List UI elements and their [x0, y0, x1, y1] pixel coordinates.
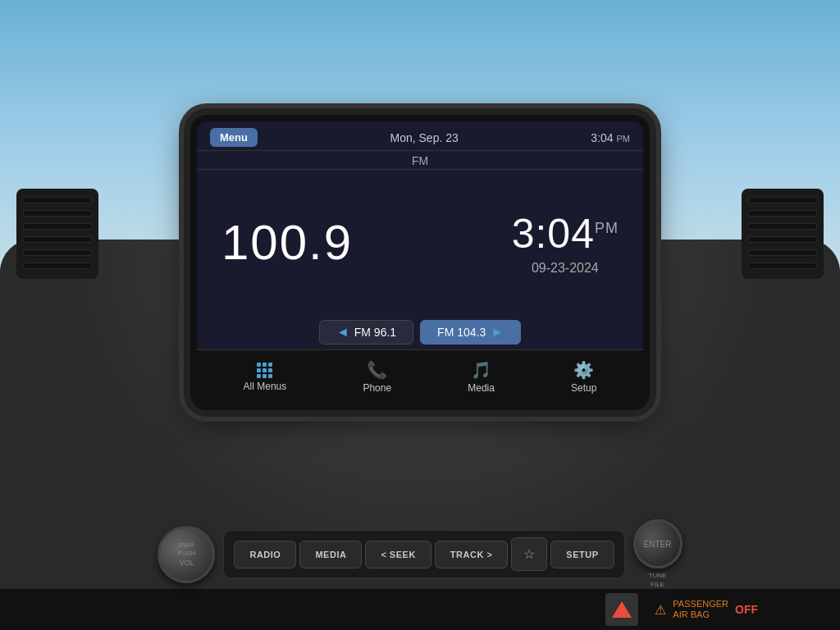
vent-slot [23, 249, 92, 256]
phone-button[interactable]: 📞 Phone [354, 357, 399, 397]
bottom-bar: ⚠ PASSENGERAIR BAG OFF [0, 589, 840, 630]
airbag-status: OFF [735, 603, 758, 616]
current-preset-label: FM 104.3 [437, 326, 486, 339]
media-button[interactable]: 🎵 Media [459, 357, 503, 397]
presets-row: ◄ FM 96.1 FM 104.3 ► [197, 315, 643, 349]
vent-slot [748, 197, 817, 203]
grid-icon [257, 363, 272, 378]
enter-label: ENTER [644, 540, 672, 549]
seek-button[interactable]: < SEEK [365, 541, 431, 568]
arrow-right-icon: ► [491, 325, 504, 340]
vent-slot [748, 249, 817, 256]
vol-label: VOL [179, 559, 194, 567]
bottom-nav: All Menus 📞 Phone 🎵 Media ⚙️ Setup [197, 349, 643, 404]
setup-button[interactable]: ⚙️ Setup [563, 357, 605, 397]
top-bar: Menu Mon, Sep. 23 3:04 PM [197, 121, 643, 151]
vent-slot [748, 236, 817, 243]
clock-time: 3:04 [512, 211, 595, 257]
vent-slot [748, 262, 817, 269]
enter-knob[interactable]: ENTER [633, 519, 682, 568]
vent-slot [23, 262, 92, 269]
airbag-text: PASSENGERAIR BAG [673, 599, 728, 620]
screen-container: Menu Mon, Sep. 23 3:04 PM FM 100.9 3:04P… [190, 115, 650, 410]
prev-preset-label: FM 96.1 [354, 326, 396, 339]
date-display: Mon, Sep. 23 [390, 131, 459, 144]
current-preset-button[interactable]: FM 104.3 ► [420, 320, 521, 345]
time-top-ampm: PM [617, 134, 631, 144]
track-button[interactable]: TRACK > [435, 541, 508, 568]
vent-slot [23, 223, 92, 230]
clock-date: 09-23-2024 [512, 261, 619, 276]
pwr-label: PWRPUSH [177, 541, 195, 557]
frequency-value: 100.9 [221, 215, 353, 270]
left-vent [16, 189, 98, 279]
tune-file-label: TUNEFILE [649, 572, 667, 589]
vent-slot [748, 223, 817, 230]
physical-buttons-row: RADIO MEDIA < SEEK TRACK > ☆ SETUP [223, 530, 624, 578]
airbag-icon: ⚠ [655, 602, 666, 618]
arrow-left-icon: ◄ [336, 325, 349, 340]
all-menus-button[interactable]: All Menus [235, 359, 295, 395]
vol-pwr-knob[interactable]: PWRPUSH VOL [158, 526, 215, 583]
right-info: 3:04PM 09-23-2024 [512, 210, 619, 276]
vent-slot [748, 210, 817, 217]
time-top-display: 3:04 PM [591, 131, 630, 144]
hazard-button[interactable] [605, 593, 638, 626]
airbag-warning: ⚠ PASSENGERAIR BAG OFF [655, 599, 758, 620]
infotainment-screen: Menu Mon, Sep. 23 3:04 PM FM 100.9 3:04P… [197, 121, 643, 404]
time-top-value: 3:04 [591, 131, 613, 144]
fm-label: FM [197, 151, 643, 170]
radio-button[interactable]: RADIO [234, 541, 296, 568]
setup-button[interactable]: SETUP [550, 541, 614, 568]
media-icon: 🎵 [471, 360, 491, 380]
setup-icon: ⚙️ [573, 360, 594, 380]
menu-button[interactable]: Menu [210, 128, 258, 147]
all-menus-label: All Menus [244, 381, 287, 392]
right-vent [742, 189, 824, 279]
prev-preset-button[interactable]: ◄ FM 96.1 [319, 320, 413, 345]
vent-slot [23, 236, 92, 243]
media-button[interactable]: MEDIA [299, 541, 362, 568]
clock-display: 3:04PM [512, 210, 619, 258]
controls-area: PWRPUSH VOL RADIO MEDIA < SEEK TRACK > ☆… [108, 519, 732, 589]
vent-slot [23, 210, 92, 217]
phone-label: Phone [363, 382, 391, 394]
frequency-display: 100.9 [221, 214, 353, 271]
favorite-button[interactable]: ☆ [511, 537, 547, 571]
vent-slot [23, 197, 92, 203]
hazard-icon [612, 601, 632, 618]
clock-ampm: PM [595, 220, 619, 236]
setup-label: Setup [571, 382, 596, 394]
phone-icon: 📞 [367, 360, 387, 380]
media-label: Media [468, 382, 495, 394]
main-content: 100.9 3:04PM 09-23-2024 [197, 170, 643, 315]
star-icon: ☆ [523, 547, 535, 561]
